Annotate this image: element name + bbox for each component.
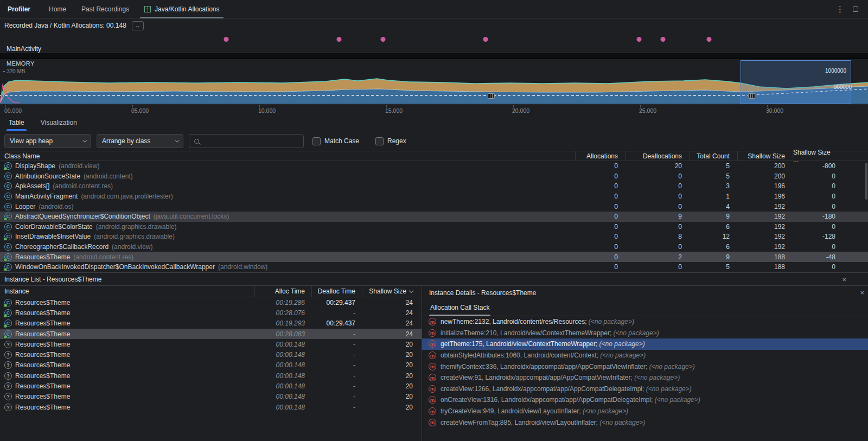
match-case-label[interactable]: Match Case	[324, 137, 359, 145]
instance-row[interactable]: Resources$Theme00:00.148-20	[0, 381, 422, 391]
app-title: Profiler	[0, 5, 41, 13]
alloc-time-value: 00:00.148	[254, 393, 311, 400]
column-shallow-size-delta[interactable]: Shallow Size ...	[793, 151, 868, 161]
instance-row[interactable]: Resources$Theme00:00.148-20	[0, 360, 422, 370]
call-stack-frame[interactable]: createView:1266, Landroidx/appcompat/app…	[422, 384, 868, 395]
instance-row[interactable]: Resources$Theme00:00.148-20	[0, 402, 422, 412]
allocations-grid-icon	[144, 6, 151, 12]
instance-name: Resources$Theme	[15, 341, 70, 348]
allocations-value: 0	[575, 182, 626, 190]
class-table-row[interactable]: Looper(android.os)0041920	[0, 201, 868, 212]
class-name: Resources$Theme	[15, 253, 70, 261]
allocation-event-dot[interactable]	[483, 37, 488, 42]
call-stack-frame[interactable]: tryCreateView:949, Landroid/view/LayoutI…	[422, 406, 868, 417]
call-stack-frame[interactable]: newTheme:2132, Landroid/content/res/Reso…	[422, 316, 868, 328]
class-table-row[interactable]: Choreographer$CallbackRecord(android.vie…	[0, 242, 868, 252]
regex-label[interactable]: Regex	[387, 137, 406, 145]
zoom-to-fit-button[interactable]: ↔	[132, 21, 144, 30]
scrollbar-thumb[interactable]	[865, 163, 867, 200]
call-stack-frame[interactable]: obtainStyledAttributes:1060, Landroid/co…	[422, 350, 868, 361]
match-case-checkbox[interactable]	[312, 137, 321, 145]
call-stack-frame[interactable]: getTheme:175, Landroid/view/ContextTheme…	[422, 338, 868, 350]
class-table-row[interactable]: InsetDrawable$InsetValue(android.graphic…	[0, 232, 868, 242]
instance-name-cell: Resources$Theme	[0, 309, 254, 317]
shallow-size-delta-value: -800	[793, 162, 868, 170]
allocation-event-dot[interactable]	[707, 37, 712, 42]
deallocations-value: 0	[626, 243, 690, 251]
call-stack-frame[interactable]: createView:91, Landroidx/appcompat/app/A…	[422, 372, 868, 384]
class-table-row[interactable]: Resources$Theme(android.content.res)0291…	[0, 252, 868, 262]
dealloc-time-value: -	[311, 341, 362, 348]
call-stack-frame[interactable]: onCreateView:1316, Landroidx/appcompat/a…	[422, 394, 868, 406]
close-icon[interactable]: ×	[842, 276, 846, 283]
class-table-row[interactable]: AttributionSourceState(android.content)0…	[0, 171, 868, 182]
regex-group: Regex	[375, 137, 414, 145]
class-table-row[interactable]: AbstractQueuedSynchronizer$ConditionObje…	[0, 212, 868, 222]
allocation-event-dot[interactable]	[337, 37, 342, 42]
class-table-row[interactable]: ApkAssets[](android.content.res)0031960	[0, 181, 868, 191]
class-name-cell: ColorDrawable$ColorState(android.graphic…	[0, 223, 575, 231]
column-total-count[interactable]: Total Count	[690, 151, 737, 161]
tab-allocation-call-stack[interactable]: Allocation Call Stack	[429, 299, 490, 316]
tab-visualization[interactable]: Visualization	[39, 114, 79, 131]
method-icon	[429, 318, 436, 325]
timeline-range-selection[interactable]: 1000000 900000	[741, 60, 851, 104]
column-allocations[interactable]: Allocations	[575, 151, 626, 161]
instance-row[interactable]: Resources$Theme00:00.148-20	[0, 339, 422, 349]
allocation-event-dot[interactable]	[224, 37, 229, 42]
search-input[interactable]	[203, 137, 298, 145]
class-table-row[interactable]: WindowOnBackInvokedDispatcher$OnBackInvo…	[0, 262, 868, 272]
activity-lifecycle-bar[interactable]	[0, 53, 868, 59]
arrange-select[interactable]: Arrange by class	[97, 134, 183, 148]
method-icon	[429, 351, 436, 359]
call-stack-frame[interactable]: initializeTheme:210, Landroid/view/Conte…	[422, 328, 868, 339]
allocation-event-dot[interactable]	[637, 37, 642, 42]
instance-row[interactable]: Resources$Theme00:00.148-20	[0, 370, 422, 381]
call-stack-frame[interactable]: themifyContext:336, Landroidx/appcompat/…	[422, 361, 868, 372]
allocation-event-dot[interactable]	[661, 37, 666, 42]
instance-row[interactable]: Resources$Theme00:00.148-20	[0, 349, 422, 360]
memory-chart-svg[interactable]	[0, 76, 868, 105]
column-shallow-size[interactable]: Shallow Size	[362, 286, 422, 297]
regex-checkbox[interactable]	[375, 137, 384, 145]
allocations-value: 0	[575, 213, 626, 220]
column-class-name[interactable]: Class Name	[0, 152, 575, 160]
close-icon[interactable]: ×	[860, 289, 864, 296]
dealloc-time-value: -	[311, 372, 362, 380]
class-name: ColorDrawable$ColorState	[15, 223, 93, 231]
match-case-group: Match Case	[312, 137, 367, 145]
tab-home[interactable]: Home	[41, 0, 74, 18]
memory-axis-max-label: 320 MB	[3, 68, 25, 74]
instance-row[interactable]: Resources$Theme00:28.083-24	[0, 329, 422, 339]
allocation-event-dot[interactable]	[381, 37, 386, 42]
class-table-row[interactable]: ColorDrawable$ColorState(android.graphic…	[0, 222, 868, 232]
timeline-handle[interactable]	[748, 93, 755, 99]
column-shallow-size[interactable]: Shallow Size	[737, 151, 793, 161]
heap-select[interactable]: View app heap	[4, 134, 91, 148]
search-field[interactable]	[189, 134, 304, 148]
tab-past-recordings[interactable]: Past Recordings	[74, 0, 137, 18]
column-instance[interactable]: Instance	[0, 287, 254, 295]
window-mode-icon[interactable]	[853, 7, 858, 12]
instance-row[interactable]: Resources$Theme00:19.28600:29.43724	[0, 297, 422, 308]
column-dealloc-time[interactable]: Dealloc Time	[311, 286, 362, 297]
instance-row[interactable]: Resources$Theme00:19.29300:29.43724	[0, 318, 422, 329]
column-alloc-time[interactable]: Alloc Time	[254, 286, 311, 297]
deallocations-value: 0	[626, 203, 690, 210]
instance-row[interactable]: Resources$Theme00:28.076-24	[0, 308, 422, 318]
timeline-handle[interactable]	[488, 93, 495, 99]
unknown-instance-icon	[4, 393, 12, 400]
column-deallocations[interactable]: Deallocations	[626, 151, 690, 161]
class-table-row[interactable]: DisplayShape(android.view)0205200-800	[0, 161, 868, 171]
total-count-value: 9	[690, 213, 737, 220]
deallocations-value: 0	[626, 193, 690, 200]
kebab-menu-icon[interactable]: ⋮	[836, 5, 844, 13]
tab-table[interactable]: Table	[7, 114, 27, 131]
instance-row[interactable]: Resources$Theme00:00.148-20	[0, 392, 422, 402]
class-table-row[interactable]: MainActivityFragment(android.com.java.pr…	[0, 191, 868, 202]
tab-java-kotlin-allocations[interactable]: Java/Kotlin Allocations	[137, 0, 227, 18]
pan-left-icon[interactable]	[1, 94, 3, 98]
call-stack-frame[interactable]: createViewFromTag:885, Landroid/view/Lay…	[422, 417, 868, 428]
search-icon	[194, 139, 199, 144]
memory-track-title: MEMORY	[7, 60, 35, 67]
